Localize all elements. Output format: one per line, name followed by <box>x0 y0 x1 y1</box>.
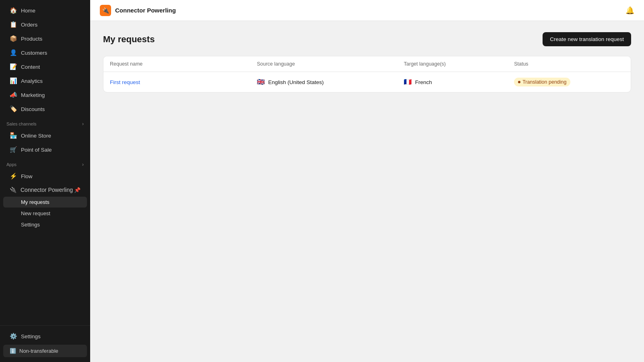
products-icon: 📦 <box>10 35 17 42</box>
discounts-icon: 🏷️ <box>10 105 17 113</box>
source-flag-icon: 🇬🇧 <box>257 79 265 85</box>
create-translation-request-button[interactable]: Create new translation request <box>543 32 631 46</box>
content-header: My requests Create new translation reque… <box>103 32 631 46</box>
requests-table: Request name Source language Target lang… <box>103 56 631 93</box>
target-language-text: French <box>415 79 432 85</box>
chevron-right-icon: › <box>82 162 84 167</box>
connector-powerling-label: Connector Powerling <box>21 187 73 193</box>
status-dot-icon <box>518 81 520 83</box>
main-content-area: 🔌 Connector Powerling 🔔 My requests Crea… <box>90 0 644 362</box>
settings-icon: ⚙️ <box>10 333 17 340</box>
sidebar-item-label: Online Store <box>21 133 51 139</box>
status-text: Translation pending <box>522 79 566 85</box>
apps-section: Apps › <box>0 157 90 169</box>
column-header-target-languages: Target language(s) <box>404 61 514 67</box>
target-language-cell: 🇫🇷 French <box>404 79 514 85</box>
sales-channels-section: Sales channels › <box>0 116 90 128</box>
source-language-cell: 🇬🇧 English (United States) <box>257 79 404 85</box>
column-header-request-name: Request name <box>110 61 257 67</box>
sidebar-bottom: ⚙️ Settings ℹ️ Non-transferable <box>0 325 90 362</box>
marketing-icon: 📣 <box>10 91 17 99</box>
topbar-app-title: Connector Powerling <box>115 7 176 14</box>
analytics-icon: 📊 <box>10 77 17 84</box>
notification-bell-icon[interactable]: 🔔 <box>625 6 634 15</box>
main-navigation: 🏠 Home 📋 Orders 📦 Products 👤 Customers 📝… <box>0 0 90 325</box>
sidebar-item-settings[interactable]: ⚙️ Settings <box>3 329 87 343</box>
request-name-cell: First request <box>110 79 257 85</box>
non-transferable-label: Non-transferable <box>19 348 58 354</box>
sidebar-sub-item-settings[interactable]: Settings <box>3 219 87 230</box>
sidebar-item-discounts[interactable]: 🏷️ Discounts <box>3 102 87 116</box>
sidebar-item-label: Analytics <box>21 78 43 84</box>
non-transferable-badge: ℹ️ Non-transferable <box>3 345 87 357</box>
chevron-right-icon: › <box>82 121 84 127</box>
sidebar-item-analytics[interactable]: 📊 Analytics <box>3 74 87 88</box>
status-cell: Translation pending <box>514 78 624 86</box>
info-icon: ℹ️ <box>10 348 16 354</box>
sidebar-item-customers[interactable]: 👤 Customers <box>3 46 87 60</box>
sidebar-item-marketing[interactable]: 📣 Marketing <box>3 88 87 102</box>
sidebar-item-connector-powerling[interactable]: 🔌 Connector Powerling 📌 <box>3 183 87 196</box>
point-of-sale-icon: 🛒 <box>10 146 17 153</box>
orders-icon: 📋 <box>10 21 17 28</box>
sidebar-item-label: Home <box>21 8 35 14</box>
page-title: My requests <box>103 34 155 45</box>
sidebar-item-home[interactable]: 🏠 Home <box>3 4 87 17</box>
table-header: Request name Source language Target lang… <box>103 56 631 72</box>
topbar-left: 🔌 Connector Powerling <box>100 5 176 16</box>
column-header-source-language: Source language <box>257 61 404 67</box>
sidebar-item-label: Marketing <box>21 92 45 98</box>
sidebar-item-label: Point of Sale <box>21 147 52 153</box>
home-icon: 🏠 <box>10 7 17 14</box>
page-content: My requests Create new translation reque… <box>90 21 644 362</box>
flow-icon: ⚡ <box>10 173 17 180</box>
status-badge: Translation pending <box>514 78 570 86</box>
column-header-status: Status <box>514 61 624 67</box>
connector-sub-items: My requests New request Settings <box>0 197 90 230</box>
table-row: First request 🇬🇧 English (United States)… <box>103 72 631 92</box>
customers-icon: 👤 <box>10 49 17 56</box>
sidebar: 🏠 Home 📋 Orders 📦 Products 👤 Customers 📝… <box>0 0 90 362</box>
sidebar-item-online-store[interactable]: 🏪 Online Store <box>3 129 87 142</box>
online-store-icon: 🏪 <box>10 132 17 139</box>
sidebar-item-label: Customers <box>21 50 47 56</box>
topbar: 🔌 Connector Powerling 🔔 <box>90 0 644 21</box>
sidebar-sub-item-new-request[interactable]: New request <box>3 208 87 219</box>
app-icon: 🔌 <box>100 5 111 16</box>
content-icon: 📝 <box>10 63 17 70</box>
sidebar-item-content[interactable]: 📝 Content <box>3 60 87 74</box>
topbar-right: 🔔 <box>625 6 634 15</box>
source-language-text: English (United States) <box>268 79 324 85</box>
sidebar-item-label: Flow <box>21 173 33 179</box>
settings-label: Settings <box>21 333 41 339</box>
sidebar-item-label: Content <box>21 64 40 70</box>
connector-powerling-icon: 🔌 <box>10 187 17 193</box>
sidebar-item-orders[interactable]: 📋 Orders <box>3 18 87 31</box>
sidebar-item-flow[interactable]: ⚡ Flow <box>3 169 87 183</box>
sidebar-sub-item-my-requests[interactable]: My requests <box>3 197 87 208</box>
first-request-link[interactable]: First request <box>110 79 140 85</box>
sidebar-item-point-of-sale[interactable]: 🛒 Point of Sale <box>3 143 87 156</box>
pin-icon: 📌 <box>74 187 80 193</box>
sidebar-item-products[interactable]: 📦 Products <box>3 32 87 45</box>
sidebar-item-label: Orders <box>21 22 37 28</box>
sidebar-item-label: Products <box>21 36 42 42</box>
sidebar-item-label: Discounts <box>21 106 45 112</box>
target-flag-icon: 🇫🇷 <box>404 79 412 85</box>
